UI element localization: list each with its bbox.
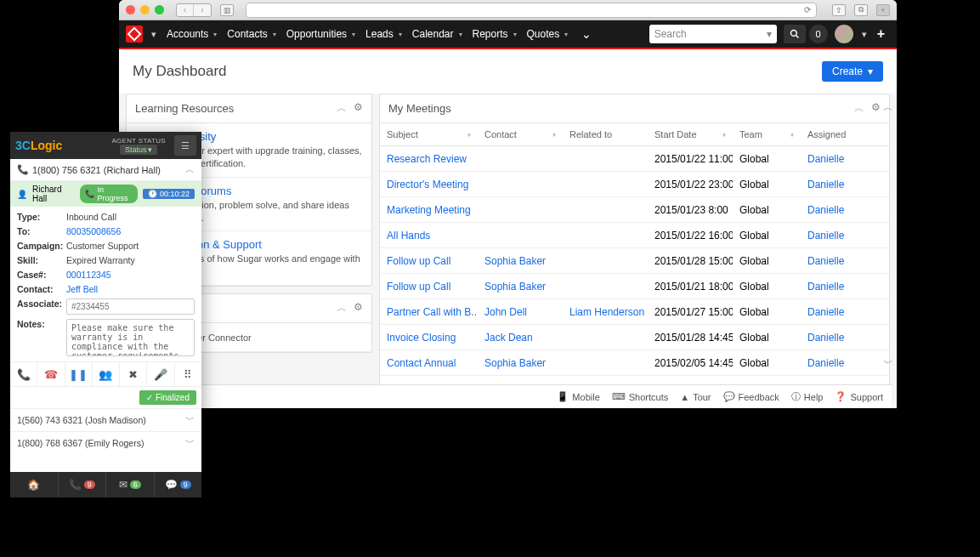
minimize-window-icon[interactable] [140,5,150,14]
cell-contact[interactable] [478,179,563,190]
footer-mobile[interactable]: 📱 Mobile [557,390,599,403]
footer-tour[interactable]: ▲ Tour [680,390,711,403]
cell-assigned[interactable]: Danielle [801,326,852,350]
address-bar[interactable]: ⟳ [246,3,817,18]
col-contact[interactable]: Contact♦ [478,123,563,145]
nav-back-forward[interactable]: ‹ › [176,3,212,17]
logo-dropdown-icon[interactable]: ▾ [150,29,158,40]
cell-assigned[interactable]: Danielle [801,147,852,171]
answer-button[interactable]: 📞 [10,362,37,386]
home-tab[interactable]: 🏠 [10,472,59,497]
tabs-icon[interactable]: ⧉ [854,4,868,16]
hangup-button[interactable]: ☎ [37,362,65,386]
notification-count[interactable]: 0 [809,25,828,43]
table-row[interactable]: Director's Meeting2015/01/22 23:00Global… [380,172,889,197]
cell-subject[interactable]: Marketing Meeting [380,198,478,222]
cell-contact[interactable]: John Dell [478,300,563,324]
cell-contact[interactable] [478,230,563,242]
table-row[interactable]: Follow up CallSophia Baker2015/01/28 15:… [380,248,889,274]
nav-more-icon[interactable]: ⌄ [576,27,597,41]
col-subject[interactable]: Subject♦ [380,123,478,145]
cell-related[interactable] [563,153,648,165]
cell-subject[interactable]: Invoice Closing [380,326,478,350]
footer-feedback[interactable]: 💬 Feedback [723,390,779,403]
forward-icon[interactable]: › [194,4,211,16]
cell-subject[interactable]: Research Review [380,147,478,171]
nav-item-opportunities[interactable]: Opportunities▾ [281,28,360,40]
cell-related[interactable] [563,179,648,190]
user-avatar[interactable] [835,25,853,43]
refresh-icon[interactable]: ⟳ [804,5,811,14]
zoom-window-icon[interactable] [155,5,164,14]
cell-subject[interactable]: All Hands [380,224,478,247]
search-button[interactable] [784,25,806,43]
gear-icon[interactable]: ⚙ [871,101,881,116]
new-tab-icon[interactable]: + [876,4,890,16]
cell-related[interactable] [563,204,648,216]
cell-assigned[interactable]: Danielle [801,351,852,375]
cell-assigned[interactable]: Danielle [801,275,852,298]
associate-input[interactable] [66,298,195,315]
cell-contact[interactable]: Sophia Baker [478,275,563,298]
queued-call[interactable]: 1(560) 743 6321 (Josh Madison)﹀ [10,408,201,431]
active-call-header[interactable]: 📞 1(800) 756 6321 (Richard Hall) ︿ [10,159,201,181]
table-row[interactable]: Follow up CallSophia Baker2015/01/21 18:… [380,274,889,299]
table-row[interactable]: Invoice ClosingJack Dean2015/01/28 14:45… [380,325,889,350]
cell-contact[interactable] [478,204,563,216]
hold-button[interactable]: ❚❚ [65,362,93,386]
table-row[interactable]: Contact AnnualSophia Baker2015/02/05 14:… [380,350,889,376]
chat-tab[interactable]: 💬9 [155,472,202,497]
nav-item-accounts[interactable]: Accounts▾ [161,28,222,40]
cell-subject[interactable]: Partner Call with B... [380,300,478,324]
calls-tab[interactable]: 📞9 [59,472,107,497]
cell-related[interactable] [563,255,648,267]
cell-subject[interactable]: Contact Annual [380,351,478,375]
nav-item-quotes[interactable]: Quotes▾ [522,28,574,40]
cell-contact[interactable]: Sophia Baker [478,351,563,375]
cell-assigned[interactable]: Danielle [801,224,852,247]
cell-assigned[interactable]: Danielle [801,249,852,273]
cell-subject[interactable]: Follow up Call [380,275,478,298]
cell-assigned[interactable]: Danielle [801,173,852,196]
contact-value[interactable]: Jeff Bell [66,284,195,294]
sidebar-toggle-icon[interactable]: ▥ [220,4,234,16]
footer-shortcuts[interactable]: ⌨ Shortcuts [612,390,668,403]
dialpad-button[interactable]: ⠿ [175,362,201,386]
cell-subject[interactable]: Follow up Call [380,249,478,273]
agent-status-dropdown[interactable]: Status ▾ [120,145,158,155]
table-row[interactable]: All Hands2015/01/22 16:00GlobalDanielle [380,223,889,248]
mail-tab[interactable]: ✉6 [106,472,155,497]
cell-related[interactable]: Liam Henderson [563,300,648,324]
back-icon[interactable]: ‹ [177,4,194,16]
cell-contact[interactable]: Jack Dean [478,326,563,350]
col-assigned[interactable]: Assigned [801,123,852,145]
case-value[interactable]: 000112345 [66,270,195,280]
footer-help[interactable]: ⓘ Help [791,390,824,403]
cell-related[interactable] [563,281,648,293]
quick-create-button[interactable]: + [872,26,890,42]
cell-contact[interactable] [478,153,563,165]
queued-call[interactable]: 1(800) 768 6367 (Emily Rogers)﹀ [10,431,201,454]
table-row[interactable]: Marketing Meeting2015/01/23 8:00GlobalDa… [380,197,889,223]
table-row[interactable]: Partner Call with B...John DellLiam Hend… [380,299,889,325]
app-logo-icon[interactable] [126,26,143,43]
user-caret-icon[interactable]: ▾ [860,29,869,40]
global-search-input[interactable]: Search ▾ [649,25,777,43]
hamburger-icon[interactable]: ☰ [174,135,196,156]
table-row[interactable]: Research Review2015/01/22 11:00GlobalDan… [380,146,889,172]
conference-button[interactable]: 👥 [93,362,120,386]
cell-related[interactable] [563,230,648,242]
cell-contact[interactable]: Sophia Baker [478,249,563,273]
scroll-up-icon[interactable]: ︿ [883,100,895,115]
nav-item-leads[interactable]: Leads▾ [360,28,407,40]
collapse-icon[interactable]: ︿ [854,101,864,116]
footer-support[interactable]: ❓ Support [835,390,883,403]
to-value[interactable]: 80035008656 [66,226,195,236]
cell-assigned[interactable]: Danielle [801,198,852,222]
transfer-button[interactable]: ✖ [120,362,147,386]
mute-button[interactable]: 🎤 [147,362,174,386]
share-icon[interactable]: ⇪ [832,4,846,16]
search-caret-icon[interactable]: ▾ [767,28,772,40]
cell-assigned[interactable]: Danielle [801,300,852,324]
gear-icon[interactable]: ⚙ [354,301,363,315]
